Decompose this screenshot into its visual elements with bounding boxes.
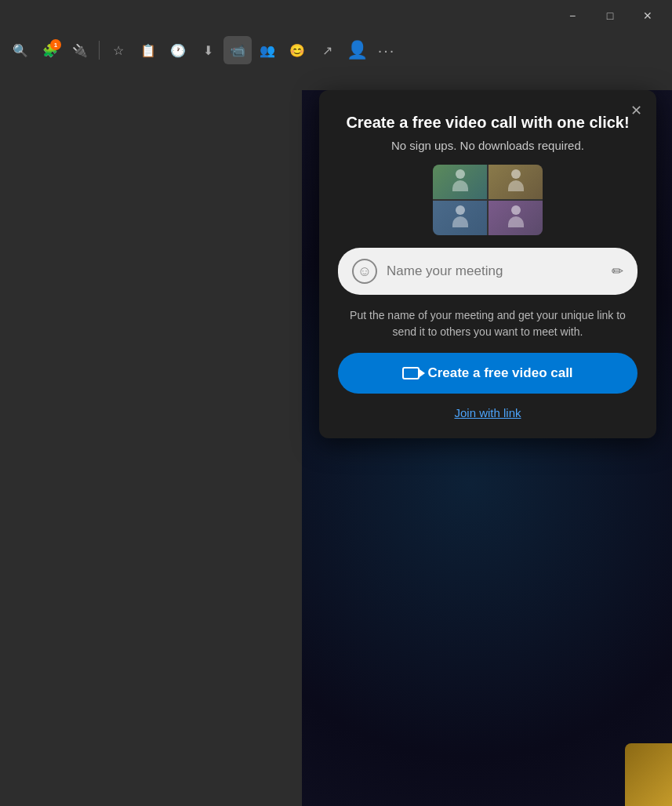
video-preview-grid [433,165,543,235]
person-2 [507,169,525,194]
person-4 [507,205,525,231]
extensions-icon[interactable]: 🧩 1 [36,36,64,64]
close-button[interactable]: ✕ [630,3,666,28]
join-with-link-button[interactable]: Join with link [454,406,521,419]
star-icon[interactable]: ☆ [104,36,133,64]
meeting-name-input-container[interactable]: ☺ ✏ [338,248,637,295]
people-icon[interactable]: 👥 [253,36,282,64]
video-thumb-3 [433,201,487,235]
video-call-popup: ✕ Create a free video call with one clic… [319,90,656,438]
smiley-icon: ☺ [352,259,377,284]
video-button-icon [402,367,420,379]
left-panel [0,90,302,806]
zoom-icon[interactable]: 🔍 [6,36,35,64]
video-thumb-1 [433,165,487,199]
popup-subtitle: No sign ups. No downloads required. [391,139,584,152]
minimize-button[interactable]: − [554,3,590,28]
puzzle-icon[interactable]: 🔌 [66,36,94,64]
download-icon[interactable]: ⬇ [194,36,222,64]
share-icon[interactable]: ↗ [313,36,341,64]
popup-content: Create a free video call with one click!… [319,90,656,438]
popup-close-button[interactable]: ✕ [625,100,647,122]
browser-toolbar: − □ ✕ 🔍 🧩 1 🔌 ☆ 📋 🕐 ⬇ 📹 👥 😊 ↗ 👤 ··· [0,0,672,90]
person-1 [451,169,470,194]
decorative-corner [625,743,672,806]
popup-title: Create a free video call with one click! [346,112,629,133]
create-button-label: Create a free video call [427,365,572,381]
video-call-nav-icon[interactable]: 📹 [223,36,252,64]
extensions-badge: 1 [50,39,61,50]
popup-description: Put the name of your meeting and get you… [338,307,637,340]
nav-divider-1 [99,41,100,60]
person-3 [451,205,470,231]
maximize-button[interactable]: □ [592,3,628,28]
video-thumb-4 [489,201,543,235]
meeting-name-input[interactable] [387,263,602,279]
collections-icon[interactable]: 📋 [134,36,162,64]
history-icon[interactable]: 🕐 [164,36,192,64]
feedback-icon[interactable]: 😊 [283,36,311,64]
more-icon[interactable]: ··· [372,36,401,64]
nav-bar: 🔍 🧩 1 🔌 ☆ 📋 🕐 ⬇ 📹 👥 😊 ↗ 👤 ··· [0,31,672,69]
profile-icon[interactable]: 👤 [343,36,371,64]
pencil-icon[interactable]: ✏ [612,263,623,280]
create-video-call-button[interactable]: Create a free video call [338,353,637,394]
title-bar: − □ ✕ [0,0,672,31]
video-thumb-2 [489,165,543,199]
